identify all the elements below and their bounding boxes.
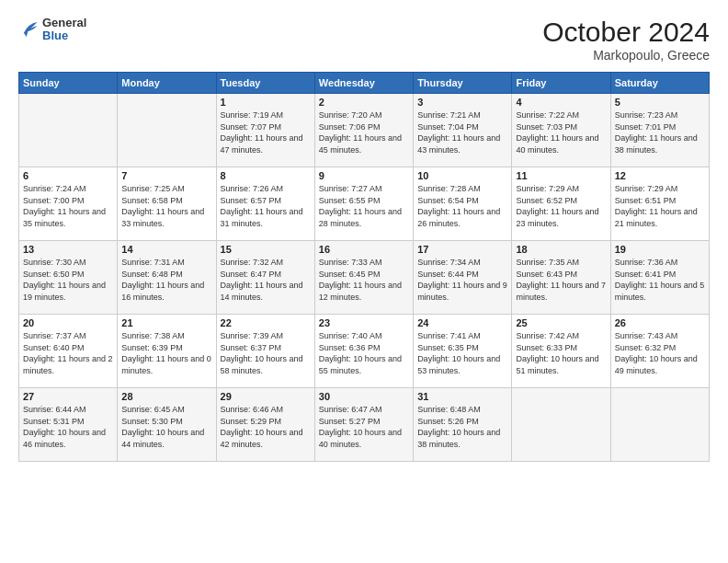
day-info: Sunrise: 7:26 AMSunset: 6:57 PMDaylight:… [221,183,311,229]
day-cell: 23Sunrise: 7:40 AMSunset: 6:36 PMDayligh… [314,315,413,388]
day-cell: 18Sunrise: 7:35 AMSunset: 6:43 PMDayligh… [512,241,610,315]
day-number: 29 [221,391,311,402]
day-info: Sunrise: 7:32 AMSunset: 6:47 PMDaylight:… [221,257,311,303]
day-number: 20 [23,317,113,328]
day-number: 26 [615,317,705,328]
header-row: Sunday Monday Tuesday Wednesday Thursday… [19,73,710,94]
day-number: 10 [417,170,507,181]
day-cell: 24Sunrise: 7:41 AMSunset: 6:35 PMDayligh… [414,315,512,388]
logo-blue: Blue [42,29,86,42]
day-cell: 14Sunrise: 7:31 AMSunset: 6:48 PMDayligh… [118,241,216,315]
day-info: Sunrise: 7:28 AMSunset: 6:54 PMDaylight:… [417,183,507,229]
day-info: Sunrise: 7:39 AMSunset: 6:37 PMDaylight:… [221,330,311,376]
day-cell: 10Sunrise: 7:28 AMSunset: 6:54 PMDayligh… [414,167,512,241]
day-info: Sunrise: 7:27 AMSunset: 6:55 PMDaylight:… [319,183,409,229]
day-info: Sunrise: 7:19 AMSunset: 7:07 PMDaylight:… [221,109,311,155]
col-thursday: Thursday [414,73,512,94]
day-number: 25 [516,317,606,328]
day-number: 28 [121,391,211,402]
day-cell: 1Sunrise: 7:19 AMSunset: 7:07 PMDaylight… [216,94,314,167]
day-cell [19,94,118,167]
day-number: 7 [121,170,211,181]
day-number: 15 [221,244,311,255]
day-info: Sunrise: 6:46 AMSunset: 5:29 PMDaylight:… [221,404,311,450]
day-cell: 3Sunrise: 7:21 AMSunset: 7:04 PMDaylight… [414,94,512,167]
day-info: Sunrise: 7:40 AMSunset: 6:36 PMDaylight:… [319,330,409,376]
day-info: Sunrise: 7:34 AMSunset: 6:44 PMDaylight:… [417,257,507,303]
day-info: Sunrise: 7:22 AMSunset: 7:03 PMDaylight:… [516,109,606,155]
day-number: 31 [417,391,507,402]
day-number: 2 [319,97,409,108]
col-wednesday: Wednesday [314,73,413,94]
day-info: Sunrise: 7:20 AMSunset: 7:06 PMDaylight:… [319,109,409,155]
day-cell: 15Sunrise: 7:32 AMSunset: 6:47 PMDayligh… [216,241,314,315]
day-cell: 31Sunrise: 6:48 AMSunset: 5:26 PMDayligh… [414,388,512,462]
logo-general: General [42,17,86,29]
day-info: Sunrise: 7:43 AMSunset: 6:32 PMDaylight:… [615,330,705,376]
day-number: 1 [221,97,311,108]
day-cell: 20Sunrise: 7:37 AMSunset: 6:40 PMDayligh… [19,315,118,388]
calendar-table: Sunday Monday Tuesday Wednesday Thursday… [18,72,710,462]
day-info: Sunrise: 6:45 AMSunset: 5:30 PMDaylight:… [121,404,211,450]
day-info: Sunrise: 7:36 AMSunset: 6:41 PMDaylight:… [615,257,705,303]
day-cell: 19Sunrise: 7:36 AMSunset: 6:41 PMDayligh… [610,241,709,315]
day-cell [118,94,216,167]
week-row-2: 13Sunrise: 7:30 AMSunset: 6:50 PMDayligh… [19,241,710,315]
day-info: Sunrise: 6:47 AMSunset: 5:27 PMDaylight:… [319,404,409,450]
day-number: 6 [23,170,113,181]
day-cell: 28Sunrise: 6:45 AMSunset: 5:30 PMDayligh… [118,388,216,462]
day-info: Sunrise: 7:37 AMSunset: 6:40 PMDaylight:… [23,330,113,376]
title-block: October 2024 Markopoulo, Greece [542,17,710,63]
day-number: 19 [615,244,705,255]
day-number: 12 [615,170,705,181]
day-cell: 17Sunrise: 7:34 AMSunset: 6:44 PMDayligh… [414,241,512,315]
day-info: Sunrise: 7:21 AMSunset: 7:04 PMDaylight:… [417,109,507,155]
day-cell: 5Sunrise: 7:23 AMSunset: 7:01 PMDaylight… [610,94,709,167]
day-cell: 29Sunrise: 6:46 AMSunset: 5:29 PMDayligh… [216,388,314,462]
week-row-4: 27Sunrise: 6:44 AMSunset: 5:31 PMDayligh… [19,388,710,462]
day-info: Sunrise: 7:25 AMSunset: 6:58 PMDaylight:… [121,183,211,229]
day-cell: 21Sunrise: 7:38 AMSunset: 6:39 PMDayligh… [118,315,216,388]
day-number: 30 [319,391,409,402]
col-saturday: Saturday [610,73,709,94]
day-number: 16 [319,244,409,255]
day-number: 13 [23,244,113,255]
week-row-1: 6Sunrise: 7:24 AMSunset: 7:00 PMDaylight… [19,167,710,241]
logo: General Blue [18,17,86,43]
day-info: Sunrise: 7:23 AMSunset: 7:01 PMDaylight:… [615,109,705,155]
day-number: 14 [121,244,211,255]
day-cell: 7Sunrise: 7:25 AMSunset: 6:58 PMDaylight… [118,167,216,241]
day-number: 18 [516,244,606,255]
day-number: 17 [417,244,507,255]
day-cell: 2Sunrise: 7:20 AMSunset: 7:06 PMDaylight… [314,94,413,167]
day-cell: 9Sunrise: 7:27 AMSunset: 6:55 PMDaylight… [314,167,413,241]
day-cell: 27Sunrise: 6:44 AMSunset: 5:31 PMDayligh… [19,388,118,462]
day-number: 24 [417,317,507,328]
day-info: Sunrise: 7:38 AMSunset: 6:39 PMDaylight:… [121,330,211,376]
day-number: 3 [417,97,507,108]
day-cell: 26Sunrise: 7:43 AMSunset: 6:32 PMDayligh… [610,315,709,388]
day-cell: 25Sunrise: 7:42 AMSunset: 6:33 PMDayligh… [512,315,610,388]
day-cell: 13Sunrise: 7:30 AMSunset: 6:50 PMDayligh… [19,241,118,315]
header: General Blue October 2024 Markopoulo, Gr… [18,17,710,63]
day-info: Sunrise: 7:31 AMSunset: 6:48 PMDaylight:… [121,257,211,303]
month-title: October 2024 [542,17,710,48]
day-info: Sunrise: 7:29 AMSunset: 6:51 PMDaylight:… [615,183,705,229]
day-cell: 4Sunrise: 7:22 AMSunset: 7:03 PMDaylight… [512,94,610,167]
col-sunday: Sunday [19,73,118,94]
calendar-page: General Blue October 2024 Markopoulo, Gr… [0,0,728,563]
day-number: 11 [516,170,606,181]
day-number: 8 [221,170,311,181]
day-cell [512,388,610,462]
day-cell: 16Sunrise: 7:33 AMSunset: 6:45 PMDayligh… [314,241,413,315]
day-number: 9 [319,170,409,181]
col-monday: Monday [118,73,216,94]
day-number: 23 [319,317,409,328]
day-info: Sunrise: 7:41 AMSunset: 6:35 PMDaylight:… [417,330,507,376]
day-cell: 8Sunrise: 7:26 AMSunset: 6:57 PMDaylight… [216,167,314,241]
day-number: 4 [516,97,606,108]
day-cell [610,388,709,462]
day-info: Sunrise: 7:24 AMSunset: 7:00 PMDaylight:… [23,183,113,229]
day-cell: 6Sunrise: 7:24 AMSunset: 7:00 PMDaylight… [19,167,118,241]
day-cell: 22Sunrise: 7:39 AMSunset: 6:37 PMDayligh… [216,315,314,388]
